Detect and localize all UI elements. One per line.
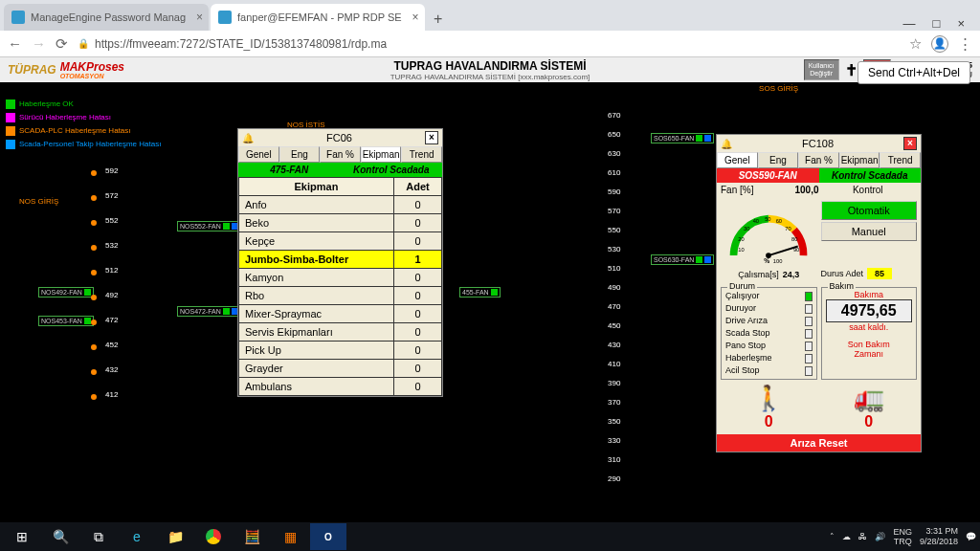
equipment-name: Grayder (239, 360, 394, 378)
panel-fc108: 🔔 FC108 × Genel Eng Fan % Ekipman Trend … (716, 134, 922, 452)
tab-ekipman[interactable]: Ekipman (839, 152, 880, 168)
brand-makproses: MAKProses OTOMASYON (60, 60, 124, 79)
tab-genel[interactable]: Genel (238, 146, 279, 163)
equipment-count: 0 (393, 287, 441, 305)
tray-time[interactable]: 3:31 PM (920, 526, 958, 537)
send-ctrl-alt-del-button[interactable]: Send Ctrl+Alt+Del (858, 61, 970, 84)
svg-text:40: 40 (753, 218, 759, 224)
tray-lang[interactable]: ENG (893, 527, 912, 537)
address-bar[interactable]: 🔒 https://fmveeam:7272/STATE_ID/15381374… (78, 37, 900, 51)
close-icon[interactable]: × (412, 11, 419, 24)
reload-icon[interactable]: ⟳ (56, 35, 68, 53)
fan-node[interactable]: NOS472-FAN (177, 306, 241, 317)
control-status: Kontrol Scadada (341, 163, 443, 177)
panel-fc06: 🔔 FC06 × Genel Eng Fan % Ekipman Trend 4… (237, 128, 443, 397)
svg-text:%: % (764, 257, 769, 264)
led-icon (805, 317, 813, 326)
tab-fan-percent[interactable]: Fan % (798, 152, 839, 168)
led-icon (805, 354, 813, 364)
back-icon[interactable]: ← (8, 35, 22, 52)
tab-fan-percent[interactable]: Fan % (320, 146, 361, 163)
tab-genel[interactable]: Genel (717, 152, 758, 168)
svg-text:20: 20 (739, 236, 745, 242)
fan-node[interactable]: SOS630-FAN (651, 254, 714, 265)
app-header: TÜPRAG MAKProses OTOMASYON TUPRAG HAVALA… (0, 57, 980, 82)
close-icon[interactable]: × (196, 11, 203, 24)
new-tab-button[interactable]: + (427, 8, 450, 31)
user-change-button[interactable]: KullanıcıDeğiştir (804, 59, 839, 80)
close-icon[interactable]: × (425, 131, 438, 144)
equipment-count: 0 (393, 342, 441, 360)
fan-node[interactable]: SOS650-FAN (651, 133, 714, 143)
fan-percent-value: 100,0 (794, 185, 818, 195)
browser-tab-strip: ManageEngine Password Manag × fanper@EFE… (0, 0, 980, 31)
cross-icon: ✝ (845, 61, 858, 79)
legend: Haberleşme OK Sürücü Haberleşme Hatası S… (6, 98, 161, 151)
browser-tab-2[interactable]: fanper@EFEMFAN - PMP RDP SE × (211, 4, 425, 31)
equipment-count: 0 (393, 305, 441, 323)
page-subtitle: TUPRAG HAVALANDIRMA SİSTEMİ [xxx.makpros… (390, 73, 590, 81)
tab-favicon-2 (218, 11, 232, 24)
tab-title-2: fanper@EFEMFAN - PMP RDP SE (237, 11, 402, 23)
tab-title-1: ManageEngine Password Manag (31, 11, 186, 23)
panel-title: FC108 (732, 138, 903, 149)
tab-trend[interactable]: Trend (401, 146, 442, 163)
svg-text:50: 50 (765, 216, 770, 222)
equipment-count: 0 (393, 360, 441, 378)
tab-eng[interactable]: Eng (279, 146, 321, 163)
calc-icon[interactable]: 🧮 (234, 523, 270, 550)
equipment-name: Kepçe (239, 232, 394, 251)
bell-icon: 🔔 (721, 139, 732, 149)
tray-cloud-icon[interactable]: ☁ (842, 532, 851, 541)
fan-node[interactable]: 455-FAN (459, 287, 501, 298)
auto-button[interactable]: Otomatik (821, 201, 918, 220)
outlook-icon[interactable]: O (310, 523, 346, 550)
start-button[interactable]: ⊞ (4, 523, 40, 550)
forward-icon[interactable]: → (32, 35, 46, 52)
page-title: TUPRAG HAVALANDIRMA SİSTEMİ (390, 59, 590, 73)
minimize-icon[interactable]: — (903, 16, 916, 31)
task-view-icon[interactable]: ⧉ (80, 523, 117, 550)
menu-icon[interactable]: ⋮ (958, 35, 972, 53)
equipment-count: 0 (393, 269, 441, 287)
tray-sound-icon[interactable]: 🔊 (875, 532, 885, 541)
fan-node[interactable]: NOS453-FAN (38, 316, 94, 326)
fan-node[interactable]: NOS492-FAN (38, 287, 94, 298)
tray-network-icon[interactable]: 🖧 (858, 532, 867, 541)
profile-icon[interactable]: 👤 (931, 35, 948, 53)
scada-canvas: Haberleşme OK Sürücü Haberleşme Hatası S… (0, 82, 980, 522)
svg-text:90: 90 (793, 247, 799, 253)
url-text: https://fmveeam:7272/STATE_ID/1538137480… (95, 37, 387, 51)
manuel-button[interactable]: Manuel (821, 222, 918, 241)
tab-eng[interactable]: Eng (758, 152, 799, 168)
close-window-icon[interactable]: × (957, 16, 965, 31)
lock-icon: 🔒 (78, 38, 89, 49)
tab-trend[interactable]: Trend (880, 152, 921, 168)
gauge-icon: 10 20 30 40 50 60 70 80 90 % 100 (723, 201, 814, 268)
led-icon (805, 304, 813, 314)
tray-date[interactable]: 9/28/2018 (920, 537, 958, 547)
truck-count: 0 (821, 413, 918, 430)
control-status: Kontrol Scadada (819, 168, 922, 183)
svg-text:80: 80 (791, 236, 797, 242)
close-icon[interactable]: × (903, 137, 917, 150)
tray-up-icon[interactable]: ˄ (830, 532, 835, 541)
tab-ekipman[interactable]: Ekipman (361, 146, 402, 163)
chrome-icon[interactable] (195, 523, 232, 550)
led-icon (805, 366, 813, 376)
tray-kbd[interactable]: TRQ (893, 537, 912, 546)
equipment-count: 0 (393, 323, 441, 342)
ariza-reset-button[interactable]: Arıza Reset (717, 434, 921, 452)
maximize-icon[interactable]: □ (933, 16, 941, 31)
browser-tab-1[interactable]: ManageEngine Password Manag × (4, 4, 209, 31)
tray-notif-icon[interactable]: 💬 (966, 532, 976, 541)
explorer-icon[interactable]: 📁 (157, 523, 193, 550)
ie-icon[interactable]: e (119, 523, 155, 550)
bakim-hours: 4975,65 (826, 299, 913, 322)
app-icon[interactable]: ▦ (272, 523, 308, 550)
equipment-count: 0 (393, 214, 441, 232)
search-icon[interactable]: 🔍 (42, 523, 78, 550)
fan-node[interactable]: NOS552-FAN (177, 221, 241, 231)
windows-taskbar: ⊞ 🔍 ⧉ e 📁 🧮 ▦ O ˄ ☁ 🖧 🔊 ENG TRQ 3:31 PM … (0, 522, 980, 551)
star-icon[interactable]: ☆ (909, 35, 922, 53)
